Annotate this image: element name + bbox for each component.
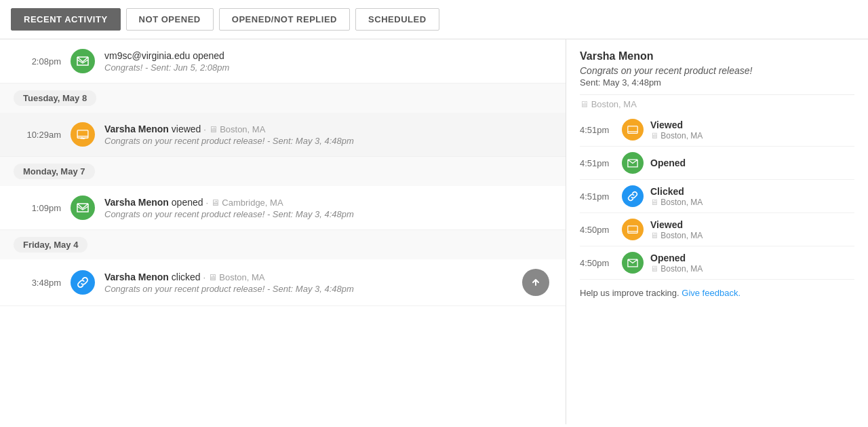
detail-action: Viewed	[650, 219, 854, 230]
activity-email: Varsha Menon	[104, 197, 169, 208]
activity-email: Varsha Menon	[104, 272, 169, 282]
day-divider: Tuesday, May 8	[0, 83, 566, 113]
svg-rect-0	[77, 130, 88, 138]
detail-row: 4:50pm Viewed 🖥 Boston, MA	[580, 213, 854, 246]
feedback-link[interactable]: Give feedback.	[682, 288, 741, 298]
activity-content: vm9sc@virginia.edu opened Congrats! - Se…	[104, 50, 552, 73]
link-detail-icon	[622, 185, 644, 207]
activity-subtitle: Congrats on your recent product release!…	[104, 284, 522, 294]
view-icon	[71, 122, 95, 147]
tab-bar: RECENT ACTIVITY NOT OPENED OPENED/NOT RE…	[0, 0, 868, 39]
activity-action: viewed	[169, 124, 201, 134]
contact-detail-panel: Varsha Menon Congrats on your recent pro…	[566, 39, 868, 424]
main-layout: 2:08pm vm9sc@virginia.edu opened Congrat…	[0, 39, 868, 424]
activity-location: · 🖥 Boston, MA	[203, 124, 265, 134]
detail-content: Clicked 🖥 Boston, MA	[650, 186, 854, 207]
detail-location: 🖥 Boston, MA	[650, 264, 854, 274]
contact-name: Varsha Menon	[580, 50, 854, 62]
contact-subject: Congrats on your recent product release!	[580, 65, 854, 76]
detail-time: 4:50pm	[580, 225, 615, 235]
detail-row: 4:50pm Opened 🖥 Boston, MA	[580, 246, 854, 280]
detail-content: Viewed 🖥 Boston, MA	[650, 219, 854, 240]
detail-row: 4:51pm Clicked 🖥 Boston, MA	[580, 180, 854, 213]
day-badge: Monday, May 7	[14, 164, 95, 179]
svg-rect-6	[628, 225, 637, 232]
activity-email: Varsha Menon	[104, 124, 169, 134]
feedback-text: Help us improve tracking.	[580, 288, 682, 298]
activity-row[interactable]: 10:29am Varsha Menon viewed · 🖥 Boston, …	[0, 113, 566, 157]
activity-action: opened	[190, 50, 224, 61]
contact-sent: Sent: May 3, 4:48pm	[580, 77, 854, 88]
detail-row: 4:51pm Opened	[580, 147, 854, 180]
tab-scheduled[interactable]: SCHEDULED	[355, 8, 439, 31]
view-detail-icon	[622, 119, 644, 141]
detail-action: Clicked	[650, 186, 854, 197]
activity-email: vm9sc@virginia.edu	[104, 50, 190, 61]
tab-not-opened[interactable]: NOT OPENED	[126, 8, 214, 31]
detail-content: Opened 🖥 Boston, MA	[650, 253, 854, 274]
activity-time: 2:08pm	[14, 56, 61, 67]
day-badge: Friday, May 4	[14, 237, 87, 253]
day-divider: Friday, May 4	[0, 230, 566, 259]
activity-content: Varsha Menon viewed · 🖥 Boston, MA Congr…	[104, 124, 552, 146]
activity-title: Varsha Menon clicked · 🖥 Boston, MA	[104, 272, 522, 282]
activity-subtitle: Congrats on your recent product release!…	[104, 136, 552, 146]
detail-time: 4:51pm	[580, 191, 615, 202]
tab-opened-not-replied[interactable]: OPENED/NOT REPLIED	[219, 8, 350, 31]
activity-row[interactable]: 1:09pm Varsha Menon opened · 🖥 Cambridge…	[0, 186, 566, 230]
activity-content: Varsha Menon clicked · 🖥 Boston, MA Cong…	[104, 272, 522, 294]
mail-detail-icon	[622, 152, 644, 174]
mail-open-icon	[71, 49, 95, 73]
detail-content: Opened	[650, 157, 854, 168]
activity-content: Varsha Menon opened · 🖥 Cambridge, MA Co…	[104, 197, 552, 219]
activity-time: 1:09pm	[14, 203, 61, 213]
activity-title: Varsha Menon opened · 🖥 Cambridge, MA	[104, 197, 552, 208]
detail-action: Opened	[650, 157, 854, 168]
day-divider: Monday, May 7	[0, 157, 566, 186]
activity-row[interactable]: 2:08pm vm9sc@virginia.edu opened Congrat…	[0, 39, 566, 83]
activity-time: 10:29am	[14, 130, 61, 140]
activity-feed: 2:08pm vm9sc@virginia.edu opened Congrat…	[0, 39, 566, 424]
activity-action: clicked	[169, 272, 201, 282]
detail-action: Opened	[650, 253, 854, 263]
activity-title: vm9sc@virginia.edu opened	[104, 50, 552, 61]
activity-location: · 🖥 Cambridge, MA	[205, 198, 283, 208]
day-badge: Tuesday, May 8	[14, 90, 96, 106]
detail-time: 4:51pm	[580, 125, 615, 135]
activity-row[interactable]: 3:48pm Varsha Menon clicked · 🖥 Boston, …	[0, 259, 566, 306]
detail-time: 4:50pm	[580, 258, 615, 268]
detail-location: 🖥 Boston, MA	[650, 231, 854, 240]
link-icon	[71, 270, 95, 295]
detail-location: 🖥 Boston, MA	[650, 198, 854, 207]
feedback-line: Help us improve tracking. Give feedback.	[580, 288, 854, 298]
view-detail-icon2	[622, 219, 644, 240]
svg-rect-4	[628, 126, 637, 132]
detail-location: 🖥 Boston, MA	[650, 131, 854, 141]
activity-subtitle: Congrats! - Sent: Jun 5, 2:08pm	[104, 62, 552, 73]
scroll-to-top-button[interactable]	[522, 269, 549, 296]
activity-time: 3:48pm	[14, 278, 61, 288]
detail-row: 4:51pm Viewed 🖥 Boston, MA	[580, 113, 854, 147]
activity-title: Varsha Menon viewed · 🖥 Boston, MA	[104, 124, 552, 134]
activity-subtitle: Congrats on your recent product release!…	[104, 209, 552, 219]
tab-recent-activity[interactable]: RECENT ACTIVITY	[11, 8, 121, 31]
detail-time: 4:51pm	[580, 158, 615, 168]
activity-location: · 🖥 Boston, MA	[203, 272, 265, 282]
mail-open-icon	[71, 196, 95, 220]
detail-content: Viewed 🖥 Boston, MA	[650, 119, 854, 141]
mail-detail-icon2	[622, 252, 644, 274]
activity-action: opened	[169, 197, 203, 208]
detail-action: Viewed	[650, 119, 854, 130]
location-partial: 🖥 Boston, MA	[580, 94, 854, 109]
